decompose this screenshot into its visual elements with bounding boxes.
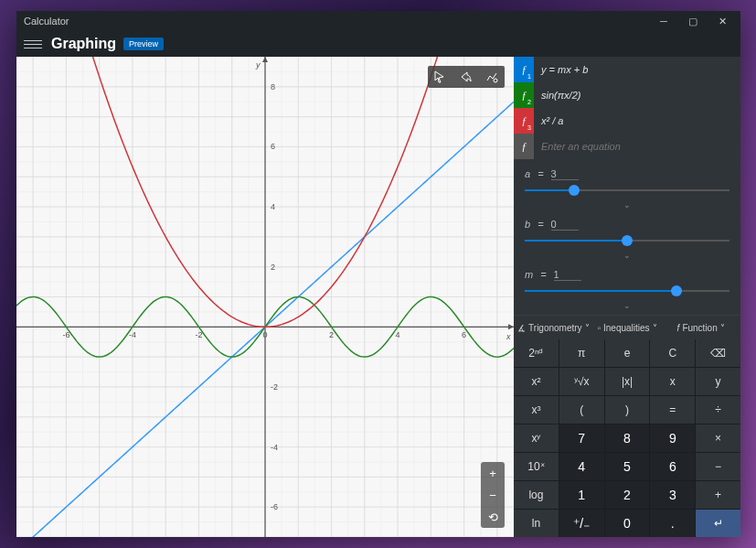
svg-text:-4: -4 xyxy=(271,443,278,452)
preview-badge: Preview xyxy=(123,38,164,50)
graph-canvas[interactable]: -6-4-20246-6-4-22468xy + − ⟲ xyxy=(16,57,514,537)
app-window: Calculator ─ ▢ ✕ Graphing Preview -6-4-2… xyxy=(16,11,740,537)
key-10[interactable]: 10ˣ xyxy=(514,453,559,480)
content: -6-4-20246-6-4-22468xy + − ⟲ f1y = mx + … xyxy=(16,57,740,537)
slider-var: b xyxy=(525,219,530,231)
slider-track[interactable] xyxy=(525,285,729,297)
key-[interactable]: − xyxy=(696,453,740,480)
slider-a: a=3⌄ xyxy=(525,168,729,210)
key-5[interactable]: 5 xyxy=(605,453,650,480)
key-x[interactable]: |x| xyxy=(605,368,650,395)
inequalities-dropdown[interactable]: ▫ Inequalities ˅ xyxy=(591,317,664,338)
graph-toolbar xyxy=(428,66,505,88)
function-expression[interactable]: x² / a xyxy=(534,115,740,126)
key-x[interactable]: xʸ xyxy=(514,424,559,452)
key-[interactable]: × xyxy=(696,424,740,452)
key-x[interactable]: ʸ√x xyxy=(559,368,604,395)
key-6[interactable]: 6 xyxy=(650,453,695,480)
slider-var: a xyxy=(525,168,530,180)
trig-dropdown[interactable]: ∡ Trigonometry ˅ xyxy=(517,317,590,338)
key-2[interactable]: 2 xyxy=(605,481,650,509)
svg-text:6: 6 xyxy=(462,330,466,339)
svg-text:4: 4 xyxy=(396,330,400,339)
svg-text:2: 2 xyxy=(271,263,275,272)
function-row-2[interactable]: f2sin(πx/2) xyxy=(514,82,740,108)
key-4[interactable]: 4 xyxy=(559,453,604,480)
function-badge: f3 xyxy=(514,108,534,134)
key-7[interactable]: 7 xyxy=(559,424,604,452)
key-2[interactable]: 2ⁿᵈ xyxy=(514,339,559,367)
close-button[interactable]: ✕ xyxy=(708,11,737,31)
slider-value[interactable]: 0 xyxy=(551,219,579,231)
key-[interactable]: ( xyxy=(559,396,604,424)
svg-text:-2: -2 xyxy=(195,330,202,339)
function-row-3[interactable]: f3x² / a xyxy=(514,108,740,134)
zoom-in-button[interactable]: + xyxy=(481,462,505,484)
function-row-1[interactable]: f1y = mx + b xyxy=(514,57,740,82)
key-[interactable]: ) xyxy=(605,396,650,424)
key-0[interactable]: 0 xyxy=(605,510,650,537)
svg-text:2: 2 xyxy=(329,330,334,339)
key-x[interactable]: x xyxy=(650,368,695,395)
key-ln[interactable]: ln xyxy=(514,510,559,537)
svg-text:4: 4 xyxy=(271,202,275,211)
key-c[interactable]: C xyxy=(650,339,695,367)
key-y[interactable]: y xyxy=(696,368,740,395)
header: Graphing Preview xyxy=(16,31,740,57)
slider-thumb[interactable] xyxy=(671,285,682,296)
slider-thumb[interactable] xyxy=(622,235,633,246)
function-expression[interactable]: sin(πx/2) xyxy=(534,90,740,101)
equation-input[interactable] xyxy=(534,141,740,152)
key-[interactable]: + xyxy=(696,481,740,509)
slider-track[interactable] xyxy=(525,184,729,197)
function-categories: ∡ Trigonometry ˅ ▫ Inequalities ˅ f Func… xyxy=(514,315,740,339)
key-[interactable]: ⌫ xyxy=(696,339,740,367)
key-9[interactable]: 9 xyxy=(650,424,695,452)
key-8[interactable]: 8 xyxy=(605,424,650,452)
slider-track[interactable] xyxy=(525,234,729,247)
key-1[interactable]: 1 xyxy=(559,481,604,509)
key-[interactable]: π xyxy=(559,339,604,367)
svg-text:y: y xyxy=(255,60,261,70)
window-title: Calculator xyxy=(20,16,649,27)
share-icon[interactable] xyxy=(453,66,479,88)
right-panel: f1y = mx + bf2sin(πx/2)f3x² / af a=3⌄b=0… xyxy=(514,57,740,537)
chevron-down-icon[interactable]: ⌄ xyxy=(525,251,729,260)
zoom-out-button[interactable]: − xyxy=(481,484,505,506)
svg-point-114 xyxy=(494,79,497,82)
menu-icon[interactable] xyxy=(24,35,42,53)
key-e[interactable]: e xyxy=(605,339,650,367)
chevron-down-icon[interactable]: ⌄ xyxy=(525,301,729,310)
key-log[interactable]: log xyxy=(514,481,559,509)
function-expression[interactable]: y = mx + b xyxy=(534,64,740,75)
svg-text:0: 0 xyxy=(262,330,267,339)
function-row-4[interactable]: f xyxy=(514,134,740,159)
svg-text:-6: -6 xyxy=(271,502,278,511)
key-[interactable]: ÷ xyxy=(696,396,740,424)
slider-value[interactable]: 3 xyxy=(551,168,579,180)
minimize-button[interactable]: ─ xyxy=(649,11,678,31)
key-[interactable]: ↵ xyxy=(696,510,740,537)
function-badge: f xyxy=(514,134,534,159)
key-[interactable]: = xyxy=(650,396,695,424)
key-x[interactable]: x³ xyxy=(514,396,559,424)
slider-value[interactable]: 1 xyxy=(554,269,581,281)
graph-options-icon[interactable] xyxy=(479,66,505,88)
function-badge: f1 xyxy=(514,57,534,82)
titlebar: Calculator ─ ▢ ✕ xyxy=(16,11,740,31)
key-x[interactable]: x² xyxy=(514,368,559,395)
zoom-reset-button[interactable]: ⟲ xyxy=(481,506,505,528)
svg-text:-6: -6 xyxy=(62,330,69,339)
key-[interactable]: . xyxy=(650,510,695,537)
key-3[interactable]: 3 xyxy=(650,481,695,509)
trace-icon[interactable] xyxy=(428,66,453,88)
key-[interactable]: ⁺/₋ xyxy=(559,510,604,537)
mode-title: Graphing xyxy=(51,36,116,52)
svg-text:8: 8 xyxy=(271,82,275,91)
maximize-button[interactable]: ▢ xyxy=(678,11,708,31)
chevron-down-icon[interactable]: ⌄ xyxy=(525,200,729,210)
function-badge: f2 xyxy=(514,82,534,108)
function-dropdown[interactable]: f Function ˅ xyxy=(665,317,737,338)
slider-thumb[interactable] xyxy=(569,185,580,196)
svg-text:-4: -4 xyxy=(129,330,136,339)
